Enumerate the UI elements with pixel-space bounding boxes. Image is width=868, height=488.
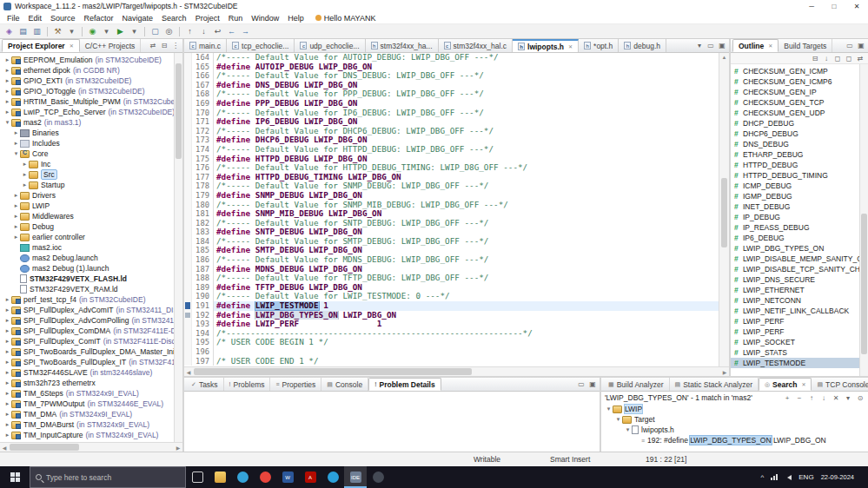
tab-c-c-projects[interactable]: C/C++ Projects [80,39,142,52]
tree-item[interactable]: ▸HRTIM_Basic_Multiple_PWM(in STM32CubeID… [0,96,182,107]
code-line[interactable]: 182/*----- Default Value for SNTP_DEBUG:… [184,219,719,228]
code-line[interactable]: 185#define SMTP_DEBUG LWIP_DBG_ON [184,246,719,255]
outline-item[interactable]: #IGMP_DEBUG [731,191,868,201]
tree-arrow-icon[interactable]: ▸ [3,88,11,95]
code-line[interactable]: 191#define LWIP_TESTMODE 1 [184,301,719,311]
outline-item[interactable]: #IP6_DEBUG [731,233,868,243]
tree-item[interactable]: ▸TIM_InputCapture(in STM324x9I_EVAL) [0,430,182,440]
tree-arrow-icon[interactable]: ▸ [12,202,20,209]
tree-item[interactable]: ▸STM32F446SLAVE(in stm32446slave) [0,367,182,378]
outline-item[interactable]: #IP_DEBUG [731,212,868,222]
build-dropdown-icon[interactable]: ▾ [65,25,78,37]
outline-item[interactable]: #LWIP_ETHERNET [731,285,868,295]
code-line[interactable]: 189#define TFTP_DEBUG LWIP_DBG_ON [184,283,719,293]
line-number[interactable]: 170 [192,109,214,118]
code-line[interactable]: 184/*----- Default Value for SMTP_DEBUG:… [184,237,719,247]
close-button[interactable]: ✕ [849,1,865,11]
scrollbar-thumb[interactable] [10,444,79,451]
tree-arrow-icon[interactable]: ▾ [12,150,20,157]
adobe-acrobat-taskbar-icon[interactable]: A [299,466,321,488]
code-line[interactable]: 173#define DHCP6_DEBUG LWIP_DBG_ON [184,135,719,145]
clock-date[interactable]: 22-09-2024 [821,473,854,481]
outline-item[interactable]: #LWIP_NETCONN [731,295,868,306]
tree-item[interactable]: ▸perf_test_tcp_f4(in STM32CubeIDE) [0,294,182,305]
tree-arrow-icon[interactable]: ▸ [3,390,11,397]
tree-item[interactable]: ▸stm32h723 ethernetrx [0,378,182,388]
outline-item[interactable]: #DHCP6_DEBUG [731,129,868,139]
outline-item[interactable]: #HTTPD_DEBUG [731,160,868,170]
tree-arrow-icon[interactable]: ▸ [3,338,11,345]
code-line[interactable]: 196 [184,347,719,357]
tree-item[interactable]: ▸EEPROM_Emulation(in STM32CubeIDE) [0,55,182,65]
tree-item[interactable]: ▸Debug [0,221,182,232]
tab-problem-details[interactable]: !Problem Details [368,378,441,391]
minimize-button[interactable]: ─ [804,1,819,11]
line-number[interactable]: 189 [192,283,214,293]
tree-item[interactable]: ▸SPI_FullDuplex_ComIT(in STM32F411E-Disc… [0,336,182,346]
tree-item[interactable]: ▸GPIO_IOToggle(in STM32CubeIDE) [0,86,182,96]
outline-item[interactable]: #CHECKSUM_GEN_UDP [731,108,868,118]
explorer-hscrollbar[interactable]: ◀ ▶ [0,442,182,452]
tree-arrow-icon[interactable]: ▸ [12,234,20,241]
tree-arrow-icon[interactable]: ▸ [3,77,11,84]
editor-tab-tcp-echoclie[interactable]: ctcp_echoclie... [227,39,295,52]
tree-arrow-icon[interactable]: ▾ [605,406,613,412]
hide-static-members-icon[interactable]: ◻ [845,55,853,63]
code-line[interactable]: 187#define MDNS_DEBUG LWIP_DBG_ON [184,265,719,274]
outline-item[interactable]: #IP_REASS_DEBUG [731,222,868,233]
outline-item[interactable]: #LWIP_DISABLE_MEMP_SANITY_CHEC [731,254,868,264]
run-dropdown-icon[interactable]: ▾ [128,25,141,37]
tab-static-stack-analyzer[interactable]: ▤Static Stack Analyzer [670,378,759,391]
file-explorer-taskbar-icon[interactable] [209,466,231,488]
expand-all-icon[interactable]: + [783,394,792,402]
minimize-panel-icon[interactable]: ▭ [577,380,586,388]
view-menu-icon[interactable]: ⋮ [171,42,180,49]
scroll-up-icon[interactable]: ▲ [719,53,729,62]
tree-item[interactable]: ▸TIM_DMABurst(in STM324x9I_EVAL) [0,419,182,430]
outline-item[interactable]: #LWIP_PERF [731,326,868,337]
link-with-editor-icon[interactable]: ⇄ [856,55,865,63]
editor-tab-main-c[interactable]: cmain.c [184,39,227,52]
tree-item[interactable]: ▸TIM_7PWMOutput(in STM32446E_EVAL) [0,399,182,409]
search-result-item[interactable]: ▾Target [601,414,868,425]
tab-search[interactable]: ◎Search✕ [759,378,812,391]
code-line[interactable]: 193#define LWIP_PERF 1 [184,320,719,329]
previous-annotation-icon[interactable]: ↑ [183,25,196,37]
tree-arrow-icon[interactable]: ▸ [3,369,11,376]
line-number[interactable]: 165 [192,63,214,72]
close-tab-icon[interactable]: ✕ [70,43,74,49]
close-tab-icon[interactable]: ✕ [801,381,805,387]
tree-arrow-icon[interactable]: ▸ [3,296,11,303]
collapse-all-icon[interactable]: ⊟ [160,42,169,49]
outline-item[interactable]: #INET_DEBUG [731,201,868,212]
new-c-file-icon[interactable]: ▢ [149,25,162,37]
code-line[interactable]: 194/*-----------------------------------… [184,329,719,339]
debug-icon[interactable]: ◉ [86,25,99,37]
forward-icon[interactable]: → [239,25,252,37]
tree-item[interactable]: ▸TIM_DMA(in STM324x9I_EVAL) [0,409,182,419]
tree-item[interactable]: ▸Binaries [0,128,182,138]
code-line[interactable]: 170/*----- Default Value for IP6_DEBUG: … [184,109,719,118]
code-line[interactable]: 176/*----- Default Value for HTTPD_DEBUG… [184,163,719,173]
tree-arrow-icon[interactable]: ▸ [12,223,20,230]
line-number[interactable]: 172 [192,127,214,136]
tree-item[interactable]: ▸SPI_FullDuplex_ComDMA(in STM32F411E-Dis… [0,326,182,336]
tree-arrow-icon[interactable]: ▸ [3,379,11,386]
menu-refactor[interactable]: Refactor [80,13,118,23]
menu-run[interactable]: Run [224,13,248,23]
outline-item[interactable]: #LWIP_SOCKET [731,337,868,347]
telegram-taskbar-icon[interactable] [321,466,344,488]
build-all-icon[interactable]: ⚒ [51,25,64,37]
volume-icon[interactable] [785,475,792,480]
tree-arrow-icon[interactable]: ▸ [12,213,20,220]
code-line[interactable]: 186/*----- Default Value for MDNS_DEBUG:… [184,255,719,265]
editor-tab-debug-h[interactable]: hdebug.h [619,39,666,52]
outline-item[interactable]: #CHECKSUM_GEN_IP [731,87,868,97]
code-line[interactable]: 181#define SNMP_MIB_DEBUG LWIP_DBG_ON [184,209,719,219]
menu-project[interactable]: Project [191,13,224,23]
line-number[interactable]: 166 [192,71,214,81]
tree-arrow-icon[interactable]: ▸ [3,400,11,407]
minimize-editor-icon[interactable]: ▭ [706,42,715,49]
code-line[interactable]: 167#define DNS_DEBUG LWIP_DBG_ON [184,81,719,90]
menu-source[interactable]: Source [46,13,80,23]
